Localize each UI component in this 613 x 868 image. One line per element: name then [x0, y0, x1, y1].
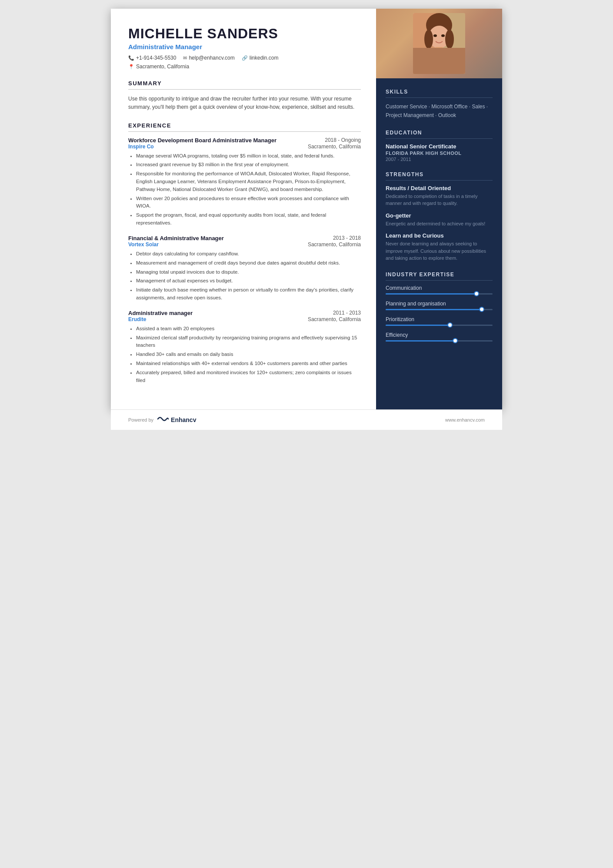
email-item: ✉ help@enhancv.com — [183, 55, 234, 61]
email-icon: ✉ — [183, 55, 187, 61]
bullet: Manage several WIOA programs, totaling o… — [136, 152, 361, 160]
industry-item-2: Planning and organisation — [386, 301, 493, 310]
bullet: Written over 20 policies and procedures … — [136, 195, 361, 211]
link-icon: 🔗 — [242, 55, 248, 61]
slider-track-4 — [386, 340, 493, 342]
strength-item-2: Go-getter Energetic and determined to ac… — [386, 212, 493, 228]
industry-label-4: Efficiency — [386, 332, 493, 338]
slider-fill-4 — [386, 340, 455, 342]
strengths-title: STRENGTHS — [386, 171, 493, 181]
skills-title: SKILLS — [386, 89, 493, 98]
skills-section: SKILLS Customer Service · Microsoft Offi… — [386, 89, 493, 120]
bullet: Increased grant revenue by $3 million in… — [136, 161, 361, 169]
exp-company-2: Vortex Solar — [128, 241, 159, 248]
bullet: Maximized clerical staff productivity by… — [136, 334, 361, 350]
slider-thumb-2[interactable] — [479, 307, 484, 312]
slider-thumb-3[interactable] — [447, 322, 453, 328]
resume-footer: Powered by Enhancv www.enhancv.com — [111, 409, 502, 430]
exp-company-row-1: Inspire Co Sacramento, California — [128, 144, 361, 150]
bullet: Handled 30+ calls and emails on daily ba… — [136, 351, 361, 359]
slider-track-2 — [386, 309, 493, 310]
svg-point-7 — [433, 34, 437, 37]
bullet: Maintained relationships with 40+ extern… — [136, 360, 361, 368]
slider-track-1 — [386, 293, 493, 295]
brand-name: Enhancv — [171, 416, 196, 423]
slider-thumb-4[interactable] — [453, 338, 458, 343]
exp-item-1: Workforce Development Board Administrati… — [128, 137, 361, 227]
svg-rect-6 — [436, 47, 443, 55]
edu-school: FLORIDA PARK HIGH SCHOOL — [386, 151, 493, 156]
profile-photo — [413, 13, 465, 74]
location-icon: 📍 — [128, 64, 134, 70]
slider-fill-2 — [386, 309, 482, 310]
svg-point-4 — [424, 30, 433, 49]
bullet: Support the program, fiscal, and equal o… — [136, 211, 361, 227]
exp-bullets-3: Assisted a team with 20 employees Maximi… — [128, 325, 361, 385]
svg-point-8 — [441, 34, 445, 37]
bullet: Managing total unpaid invoices due to di… — [136, 268, 361, 276]
summary-text: Use this opportunity to intrigue and dra… — [128, 95, 361, 111]
bullet: Accurately prepared, billed and monitore… — [136, 369, 361, 385]
industry-label-3: Prioritization — [386, 316, 493, 322]
industry-title: INDUSTRY EXPERTISE — [386, 271, 493, 281]
website-item: 🔗 linkedin.com — [242, 55, 279, 61]
exp-company-row-3: Erudite Sacramento, California — [128, 316, 361, 322]
bullet: Management of actual expenses vs budget. — [136, 277, 361, 285]
exp-location-2: Sacramento, California — [308, 241, 361, 248]
footer-website: www.enhancv.com — [445, 417, 485, 422]
phone-item: 📞 +1-914-345-5530 — [128, 55, 176, 61]
strength-item-3: Learn and be Curious Never done learning… — [386, 232, 493, 262]
summary-section: SUMMARY Use this opportunity to intrigue… — [128, 80, 361, 111]
exp-item-3: Administrative manager 2011 - 2013 Erudi… — [128, 310, 361, 385]
strength-desc-3: Never done learning and always seeking t… — [386, 240, 493, 262]
exp-role-3: Administrative manager — [128, 310, 193, 316]
email-address: help@enhancv.com — [189, 55, 234, 61]
right-column: SKILLS Customer Service · Microsoft Offi… — [376, 9, 502, 409]
exp-dates-1: 2018 - Ongoing — [325, 137, 361, 143]
photo-area — [376, 9, 502, 78]
location-item: 📍 Sacramento, California — [128, 64, 361, 70]
exp-location-1: Sacramento, California — [308, 144, 361, 150]
summary-title: SUMMARY — [128, 80, 361, 90]
exp-bullets-2: Debtor days calculating for company cash… — [128, 250, 361, 302]
experience-title: EXPERIENCE — [128, 122, 361, 132]
left-column: MICHELLE SANDERS Administrative Manager … — [111, 9, 376, 409]
phone-icon: 📞 — [128, 55, 134, 61]
exp-role-2: Financial & Administrative Manager — [128, 235, 224, 241]
experience-section: EXPERIENCE Workforce Development Board A… — [128, 122, 361, 385]
strength-item-1: Results / Detail Oriented Dedicated to c… — [386, 185, 493, 207]
footer-left: Powered by Enhancv — [128, 415, 196, 425]
exp-dates-2: 2013 - 2018 — [333, 235, 361, 241]
exp-item-2: Financial & Administrative Manager 2013 … — [128, 235, 361, 302]
slider-thumb-1[interactable] — [474, 291, 479, 296]
website-url: linkedin.com — [250, 55, 279, 61]
phone-number: +1-914-345-5530 — [136, 55, 176, 61]
industry-label-1: Communication — [386, 285, 493, 291]
resume-header: MICHELLE SANDERS Administrative Manager … — [128, 26, 361, 70]
exp-company-row-2: Vortex Solar Sacramento, California — [128, 241, 361, 248]
exp-header-3: Administrative manager 2011 - 2013 — [128, 310, 361, 316]
logo-icon — [157, 415, 169, 425]
strengths-section: STRENGTHS Results / Detail Oriented Dedi… — [386, 171, 493, 262]
industry-item-1: Communication — [386, 285, 493, 295]
slider-fill-1 — [386, 293, 476, 295]
strength-title-3: Learn and be Curious — [386, 232, 493, 239]
skills-text: Customer Service · Microsoft Office · Sa… — [386, 102, 493, 120]
exp-dates-3: 2011 - 2013 — [333, 310, 361, 316]
exp-bullets-1: Manage several WIOA programs, totaling o… — [128, 152, 361, 227]
strength-desc-2: Energetic and determined to achieve my g… — [386, 220, 493, 228]
bullet: Responsible for monitoring the performan… — [136, 170, 361, 193]
industry-section: INDUSTRY EXPERTISE Communication Plannin… — [386, 271, 493, 342]
bullet: Debtor days calculating for company cash… — [136, 250, 361, 258]
slider-track-3 — [386, 325, 493, 326]
bullet: Assisted a team with 20 employees — [136, 325, 361, 333]
exp-company-1: Inspire Co — [128, 144, 154, 150]
education-title: EDUCATION — [386, 130, 493, 139]
exp-header-1: Workforce Development Board Administrati… — [128, 137, 361, 144]
powered-by-text: Powered by — [128, 417, 153, 422]
strength-title-1: Results / Detail Oriented — [386, 185, 493, 191]
bullet: Initiate daily touch base meeting whethe… — [136, 286, 361, 302]
candidate-title: Administrative Manager — [128, 43, 361, 50]
industry-item-3: Prioritization — [386, 316, 493, 326]
strength-desc-1: Dedicated to completion of tasks in a ti… — [386, 193, 493, 207]
